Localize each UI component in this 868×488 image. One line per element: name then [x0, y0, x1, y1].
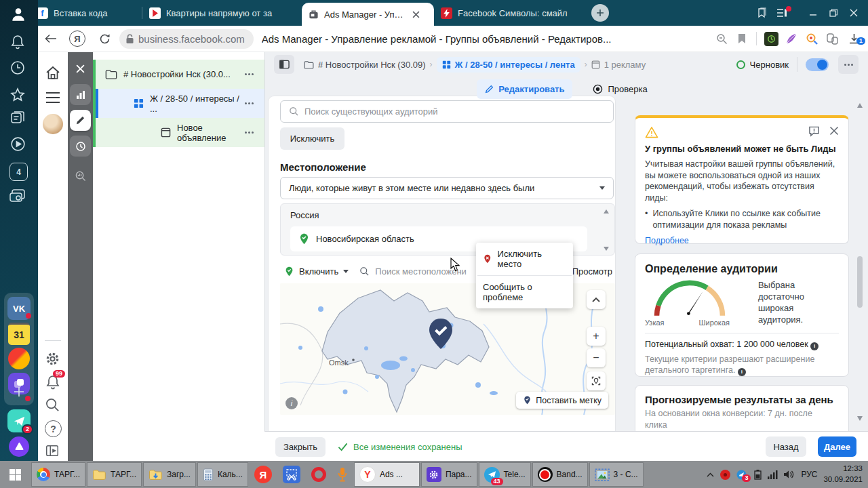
- adset-active-toggle[interactable]: [806, 58, 829, 71]
- tree-item-ad[interactable]: Новое объявление: [96, 118, 264, 147]
- map-zoom-out-button[interactable]: −: [587, 348, 606, 367]
- panel-scrollbar-thumb[interactable]: [857, 256, 863, 308]
- tray-expand-icon[interactable]: [707, 472, 714, 477]
- edit-tab-button[interactable]: Редактировать: [477, 79, 572, 99]
- taskbar-downloads-folder[interactable]: Загр...: [143, 462, 196, 487]
- close-window-button[interactable]: [844, 5, 864, 21]
- taskbar-chrome[interactable]: ТАРГ...: [31, 462, 85, 487]
- network-signal-icon[interactable]: [768, 470, 778, 479]
- tab-close-icon[interactable]: [412, 11, 420, 18]
- help-icon[interactable]: ?: [45, 420, 62, 437]
- home-icon[interactable]: [45, 65, 61, 81]
- close-icon[interactable]: [829, 126, 839, 136]
- include-dropdown[interactable]: Включить: [299, 266, 338, 277]
- feedback-icon[interactable]: [808, 126, 820, 137]
- exclude-place-item[interactable]: Исключить место: [476, 243, 573, 275]
- menu-hamburger-icon[interactable]: [45, 91, 61, 104]
- start-button[interactable]: [0, 462, 31, 487]
- more-options-icon[interactable]: [245, 73, 254, 75]
- fb-search-icon[interactable]: [45, 397, 60, 413]
- audience-search-input[interactable]: Поиск существующих аудиторий: [280, 100, 614, 123]
- breadcrumb-ad[interactable]: 1 рекламу: [604, 60, 646, 70]
- clock[interactable]: 12:33 30.09.2021: [823, 464, 863, 485]
- map-locate-button[interactable]: [587, 371, 606, 390]
- alice-assistant-icon[interactable]: [9, 436, 29, 457]
- tree-item-adset[interactable]: Ж / 28-50 / интересы / ...: [96, 89, 264, 118]
- refresh-icon[interactable]: [91, 33, 118, 45]
- tree-item-campaign[interactable]: # Новостройки Нск (30.0...: [96, 60, 264, 89]
- messenger-icon[interactable]: 2: [7, 409, 31, 432]
- fb-notifications-icon[interactable]: 99: [45, 374, 61, 390]
- panel-scroll-up-icon[interactable]: [857, 103, 863, 108]
- extension-search-icon[interactable]: [802, 33, 822, 45]
- exclude-button[interactable]: Исключить: [280, 127, 344, 150]
- sidebar-panel-icon[interactable]: [772, 5, 792, 21]
- history-icon[interactable]: [70, 136, 91, 157]
- bookmarks-star-icon[interactable]: [9, 87, 26, 103]
- extension-gestures-icon[interactable]: [822, 33, 842, 45]
- taskbar-telegram[interactable]: 43 Tele...: [479, 462, 531, 487]
- tab-vstavka-koda[interactable]: f Вставка кода: [30, 0, 142, 26]
- taskbar-calculator[interactable]: Каль...: [197, 462, 248, 487]
- tray-app-icon[interactable]: 3: [736, 470, 748, 480]
- bookmarks-panel-icon[interactable]: [751, 5, 772, 21]
- drop-pin-button[interactable]: Поставить метку: [516, 392, 608, 409]
- back-icon[interactable]: [38, 34, 64, 43]
- edit-pencil-icon[interactable]: [70, 110, 91, 131]
- browse-button[interactable]: Просмотр: [572, 266, 612, 277]
- warning-more-link[interactable]: Подробнее: [645, 236, 689, 245]
- calendar-icon[interactable]: 31: [8, 323, 30, 345]
- collapse-panel-icon[interactable]: [274, 55, 294, 74]
- bookmark-icon[interactable]: [732, 33, 752, 44]
- tab-ads-manager-active[interactable]: Ads Manager - Управле: [302, 3, 434, 26]
- zoom-analysis-icon[interactable]: [70, 165, 91, 186]
- keyboard-language[interactable]: РУС: [801, 470, 817, 479]
- report-problem-item[interactable]: Сообщить о проблеме: [476, 276, 573, 308]
- tab-facebook-simvoly[interactable]: Facebook Символы: смайл: [434, 0, 583, 26]
- info-icon[interactable]: i: [738, 368, 746, 376]
- downloads-icon[interactable]: 1: [842, 33, 865, 45]
- info-icon[interactable]: i: [810, 342, 818, 350]
- more-options-icon[interactable]: [245, 102, 254, 104]
- map-info-icon[interactable]: i: [285, 397, 298, 409]
- volume-icon[interactable]: [784, 470, 795, 479]
- expand-panel-icon[interactable]: [45, 443, 60, 458]
- profile-icon[interactable]: [9, 5, 27, 23]
- close-editor-button[interactable]: Закрыть: [275, 437, 326, 457]
- more-options-icon[interactable]: [245, 131, 254, 134]
- back-button[interactable]: Назад: [766, 436, 806, 457]
- yandex-button[interactable]: Я: [64, 30, 91, 47]
- user-avatar[interactable]: [43, 114, 63, 134]
- tab-kvartiry[interactable]: Квартиры напрямую от за: [142, 0, 302, 26]
- taskbar-microphone-icon[interactable]: [332, 462, 353, 487]
- history-clock-icon[interactable]: [9, 60, 26, 76]
- stats-icon[interactable]: [70, 84, 91, 105]
- map-collapse-icon[interactable]: [587, 290, 606, 309]
- extension-adguard-icon[interactable]: [761, 32, 781, 46]
- location-mode-select[interactable]: Люди, которые живут в этом месте или нед…: [280, 177, 614, 199]
- taskbar-opera-icon[interactable]: [306, 462, 332, 487]
- breadcrumb-adset[interactable]: Ж / 28-50 / интересы / лента: [437, 57, 580, 73]
- taskbar-bandicam[interactable]: Band...: [532, 462, 588, 487]
- find-icon[interactable]: [711, 33, 732, 45]
- yandex-mail-icon[interactable]: [7, 347, 31, 370]
- breadcrumb-campaign[interactable]: # Новостройки Нск (30.09): [318, 60, 426, 70]
- header-more-button[interactable]: [838, 55, 859, 74]
- taskbar-snip-tool-icon[interactable]: [277, 462, 306, 487]
- scroll-down-icon[interactable]: [604, 247, 609, 251]
- battery-icon[interactable]: [754, 469, 762, 480]
- collections-icon[interactable]: [9, 110, 26, 126]
- tab-counter-icon[interactable]: 4: [9, 163, 28, 181]
- new-tab-button[interactable]: [591, 4, 609, 22]
- notifications-bell-icon[interactable]: [9, 34, 26, 50]
- restore-button[interactable]: [823, 5, 844, 21]
- minimize-button[interactable]: [803, 5, 823, 21]
- review-tab-button[interactable]: Проверка: [585, 79, 655, 99]
- close-panel-icon[interactable]: [70, 58, 91, 79]
- next-button[interactable]: Далее: [818, 436, 856, 457]
- map-zoom-in-button[interactable]: +: [587, 327, 606, 346]
- settings-gear-icon[interactable]: [45, 351, 60, 367]
- taskbar-yandex-browser-active[interactable]: Y Ads ...: [354, 462, 420, 487]
- taskbar-folder[interactable]: ТАРГ...: [87, 462, 142, 487]
- scroll-up-icon[interactable]: [604, 209, 609, 214]
